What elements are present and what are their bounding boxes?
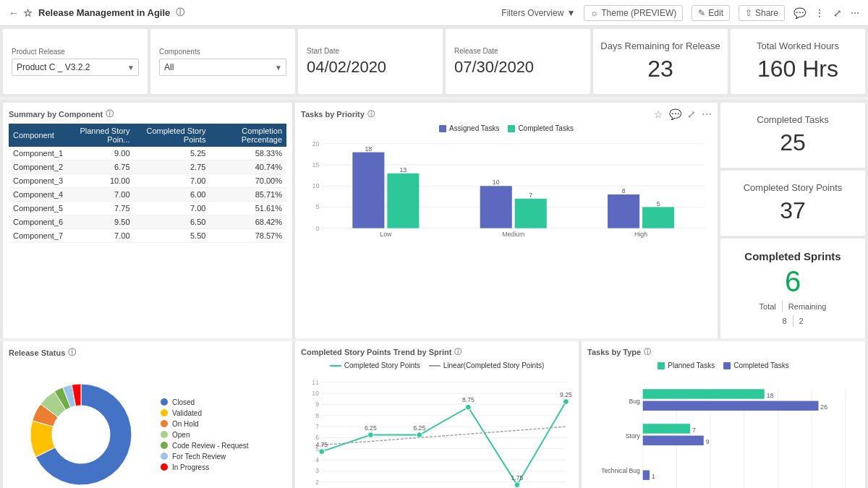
svg-text:Technical Bug: Technical Bug: [601, 467, 640, 474]
page-title: Release Management in Agile: [38, 7, 170, 18]
legend-color: [161, 409, 168, 416]
col-pct: Completion Percentage: [210, 124, 286, 147]
linear-line-legend: Linear(Completed Story Points): [429, 361, 545, 369]
completed-legend: Completed Tasks: [508, 124, 574, 132]
start-date-label: Start Date: [307, 47, 434, 55]
top-bar-right: Filters Overview ▼ ☼ Theme (PREVIEW) ✎ E…: [501, 5, 859, 21]
linear-line-dot: [429, 365, 441, 367]
table-cell: 7.00: [135, 174, 210, 188]
svg-text:0: 0: [315, 225, 319, 232]
completed-story-title: Completed Story Points: [728, 182, 858, 193]
trend-chart-card: Completed Story Points Trend by Sprint ⓘ…: [295, 341, 579, 488]
table-cell: 40.74%: [210, 160, 286, 174]
comment-chart-icon[interactable]: 💬: [669, 108, 681, 120]
priority-info-icon: ⓘ: [367, 109, 375, 119]
svg-text:6: 6: [315, 434, 319, 441]
star-icon[interactable]: ☆: [23, 7, 33, 19]
svg-text:7: 7: [315, 423, 319, 430]
svg-text:9: 9: [315, 401, 319, 408]
svg-text:9: 9: [706, 438, 710, 445]
theme-icon: ☼: [590, 8, 598, 18]
type-info-icon: ⓘ: [644, 347, 651, 357]
chevron-down-icon: ▼: [566, 8, 575, 18]
nav-icons[interactable]: ← ☆: [9, 7, 33, 19]
svg-text:Low: Low: [380, 231, 392, 238]
release-info-icon: ⓘ: [68, 347, 76, 358]
table-cell: 85.71%: [210, 188, 286, 202]
tasks-priority-title: Tasks by Priority ⓘ: [301, 109, 375, 119]
tasks-type-card: Tasks by Type ⓘ Planned Tasks Completed …: [582, 341, 865, 488]
svg-point-52: [417, 432, 422, 438]
overflow-icon[interactable]: ⋯: [851, 8, 859, 18]
svg-rect-12: [387, 174, 419, 228]
svg-text:26: 26: [820, 403, 827, 411]
trend-title: Completed Story Points Trend by Sprint ⓘ: [301, 347, 461, 357]
info-icon: ⓘ: [176, 7, 184, 19]
completed-sprints-card: Completed Sprints 6 Total Remaining 8 2: [720, 239, 865, 338]
filters-overview-btn[interactable]: Filters Overview ▼: [501, 8, 575, 18]
donut-container: ClosedValidatedOn HoldOpenCode Review - …: [9, 362, 286, 488]
table-cell: Component_3: [9, 174, 67, 188]
table-cell: Component_1: [9, 147, 67, 160]
legend-color: [161, 453, 168, 460]
sprints-total-label: Total: [760, 302, 776, 311]
sprints-numbers: 8 2: [728, 315, 858, 327]
svg-text:5: 5: [315, 203, 319, 210]
col-planned: Planned Story Poin...: [67, 124, 134, 147]
row2: Summary by Component ⓘ Component Planned…: [0, 100, 868, 338]
more-icon[interactable]: ⋮: [814, 7, 825, 19]
days-remaining-title: Days Remaining for Release: [600, 40, 720, 51]
completed-story-value: 37: [728, 197, 858, 224]
comment-icon[interactable]: 💬: [793, 7, 806, 19]
svg-point-58: [514, 482, 520, 488]
theme-btn[interactable]: ☼ Theme (PREVIEW): [584, 5, 683, 21]
edit-icon: ✎: [698, 8, 705, 18]
svg-line-45: [322, 427, 566, 445]
table-cell: 5.50: [135, 229, 210, 243]
trend-legend: Completed Story Points Linear(Completed …: [301, 361, 573, 369]
svg-point-49: [367, 432, 373, 438]
table-cell: 68.42%: [210, 215, 286, 229]
right-kpis: Completed Tasks 25 Completed Story Point…: [720, 103, 865, 338]
table-cell: 7.00: [67, 188, 134, 202]
sprints-remaining-label: Remaining: [788, 302, 827, 311]
table-cell: 58.33%: [210, 147, 286, 160]
svg-text:10: 10: [493, 179, 500, 186]
svg-rect-86: [643, 436, 704, 445]
product-release-select[interactable]: Product C _ V3.2.2: [12, 59, 139, 76]
back-icon[interactable]: ←: [9, 7, 19, 19]
svg-text:Story: Story: [626, 432, 641, 440]
trend-info-icon: ⓘ: [454, 347, 461, 357]
svg-text:1.75: 1.75: [511, 474, 523, 481]
trend-header: Completed Story Points Trend by Sprint ⓘ: [301, 347, 573, 357]
svg-text:6.25: 6.25: [365, 424, 377, 432]
svg-point-55: [466, 404, 472, 410]
legend-label: For Tech Review: [172, 453, 226, 461]
summary-table: Component Planned Story Poin... Complete…: [9, 124, 286, 243]
edit-btn[interactable]: ✎ Edit: [692, 5, 730, 21]
summary-title: Summary by Component ⓘ: [9, 108, 286, 119]
completed-dot: [508, 125, 515, 132]
table-cell: 5.25: [135, 147, 210, 160]
expand-chart-icon[interactable]: ⤢: [687, 108, 696, 120]
legend-item: Validated: [161, 409, 249, 417]
svg-text:7: 7: [529, 192, 532, 199]
table-cell: 2.75: [135, 160, 210, 174]
priority-chart-svg: 051015201813Low107Medium85High: [301, 135, 712, 251]
expand-icon[interactable]: ⤢: [833, 7, 842, 19]
completed-tasks-value: 25: [728, 129, 858, 156]
more-chart-icon[interactable]: ⋯: [702, 108, 712, 120]
components-label: Components: [159, 48, 286, 56]
table-cell: Component_2: [9, 160, 67, 174]
share-btn[interactable]: ⇧ Share: [739, 5, 785, 21]
svg-text:8: 8: [315, 412, 319, 419]
components-select[interactable]: All: [159, 59, 286, 76]
table-cell: 70.00%: [210, 174, 286, 188]
sprints-total-value: 8: [782, 317, 786, 325]
svg-rect-10: [352, 153, 384, 228]
product-release-select-container[interactable]: Product C _ V3.2.2 ▼: [12, 59, 139, 76]
type-header: Tasks by Type ⓘ: [587, 347, 859, 357]
svg-text:18: 18: [767, 392, 774, 399]
star-chart-icon[interactable]: ☆: [654, 108, 663, 120]
components-select-container[interactable]: All ▼: [159, 59, 286, 76]
